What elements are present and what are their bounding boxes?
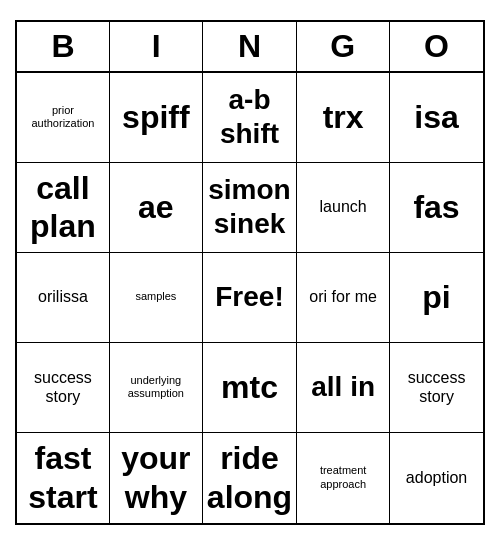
bingo-header: BINGO bbox=[17, 22, 483, 73]
bingo-cell: isa bbox=[390, 73, 483, 163]
cell-text: samples bbox=[135, 290, 176, 303]
cell-text: launch bbox=[320, 197, 367, 216]
bingo-cell: treatment approach bbox=[297, 433, 390, 523]
cell-text: Free! bbox=[215, 280, 283, 314]
bingo-grid: prior authorizationspiffa-b shifttrxisac… bbox=[17, 73, 483, 523]
cell-text: ride along bbox=[207, 439, 292, 516]
bingo-cell: ae bbox=[110, 163, 203, 253]
cell-text: fas bbox=[413, 188, 459, 226]
cell-text: a-b shift bbox=[207, 83, 292, 150]
bingo-cell: trx bbox=[297, 73, 390, 163]
bingo-cell: launch bbox=[297, 163, 390, 253]
bingo-cell: fas bbox=[390, 163, 483, 253]
bingo-cell: ride along bbox=[203, 433, 297, 523]
bingo-cell: success story bbox=[17, 343, 110, 433]
header-letter: O bbox=[390, 22, 483, 71]
header-letter: N bbox=[203, 22, 296, 71]
cell-text: success story bbox=[394, 368, 479, 406]
bingo-cell: your why bbox=[110, 433, 203, 523]
bingo-cell: underlying assumption bbox=[110, 343, 203, 433]
cell-text: ae bbox=[138, 188, 174, 226]
header-letter: B bbox=[17, 22, 110, 71]
bingo-cell: success story bbox=[390, 343, 483, 433]
bingo-cell: adoption bbox=[390, 433, 483, 523]
cell-text: ori for me bbox=[309, 287, 377, 306]
bingo-cell: prior authorization bbox=[17, 73, 110, 163]
bingo-cell: mtc bbox=[203, 343, 297, 433]
cell-text: prior authorization bbox=[21, 104, 105, 130]
cell-text: mtc bbox=[221, 368, 278, 406]
cell-text: isa bbox=[414, 98, 458, 136]
cell-text: treatment approach bbox=[301, 464, 385, 490]
cell-text: adoption bbox=[406, 468, 467, 487]
header-letter: G bbox=[297, 22, 390, 71]
bingo-cell: simon sinek bbox=[203, 163, 297, 253]
cell-text: all in bbox=[311, 370, 375, 404]
cell-text: success story bbox=[21, 368, 105, 406]
cell-text: orilissa bbox=[38, 287, 88, 306]
bingo-cell: a-b shift bbox=[203, 73, 297, 163]
cell-text: call plan bbox=[21, 169, 105, 246]
cell-text: fast start bbox=[21, 439, 105, 516]
cell-text: trx bbox=[323, 98, 364, 136]
cell-text: spiff bbox=[122, 98, 190, 136]
bingo-card: BINGO prior authorizationspiffa-b shiftt… bbox=[15, 20, 485, 525]
bingo-cell: orilissa bbox=[17, 253, 110, 343]
bingo-cell: spiff bbox=[110, 73, 203, 163]
cell-text: simon sinek bbox=[207, 173, 292, 240]
cell-text: your why bbox=[114, 439, 198, 516]
bingo-cell: samples bbox=[110, 253, 203, 343]
bingo-cell: fast start bbox=[17, 433, 110, 523]
cell-text: pi bbox=[422, 278, 450, 316]
header-letter: I bbox=[110, 22, 203, 71]
bingo-cell: ori for me bbox=[297, 253, 390, 343]
cell-text: underlying assumption bbox=[114, 374, 198, 400]
bingo-cell: all in bbox=[297, 343, 390, 433]
bingo-cell: call plan bbox=[17, 163, 110, 253]
bingo-cell: pi bbox=[390, 253, 483, 343]
bingo-cell: Free! bbox=[203, 253, 297, 343]
